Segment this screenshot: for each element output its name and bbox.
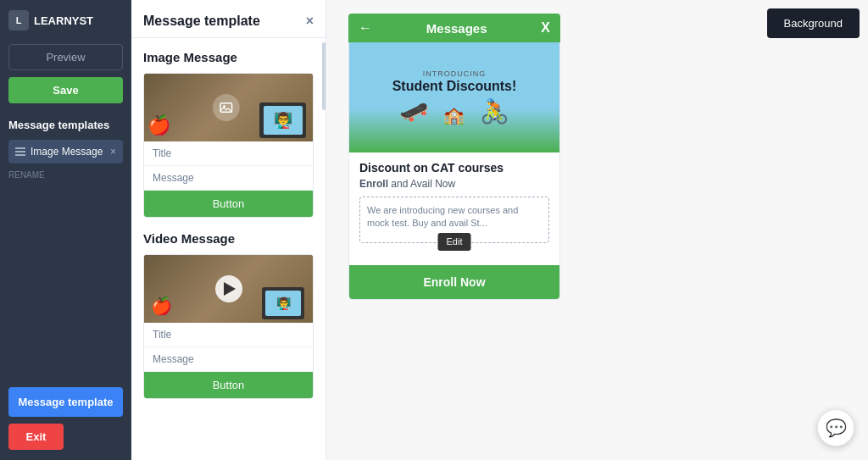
preview-text-area: We are introducing new courses and mock … xyxy=(359,197,549,243)
image-message-preview: 🍎 👨‍🏫 Title Message Button xyxy=(143,73,314,218)
button-field[interactable]: Button xyxy=(144,191,313,217)
hamburger-icon xyxy=(15,147,25,156)
tablet-scene: 🍎 👨‍🏫 xyxy=(144,74,313,141)
video-thumbnail: 🍎 👨‍🏫 xyxy=(144,255,313,323)
video-message-field: Message xyxy=(144,347,313,372)
chat-widget[interactable]: 💬 xyxy=(817,409,854,446)
preview-close-icon[interactable]: X xyxy=(541,20,550,36)
panel-title: Message template xyxy=(143,14,260,29)
image-message-item[interactable]: Image Message × xyxy=(8,140,123,163)
banner-image: INTRODUCING Student Discounts! 🛹 🏫 🚴 xyxy=(349,42,559,152)
message-preview: ← Messages X INTRODUCING Student Discoun… xyxy=(348,14,560,300)
save-button[interactable]: Save xyxy=(8,77,123,103)
image-message-label: Image Message xyxy=(31,146,103,158)
edit-badge[interactable]: Edit xyxy=(438,233,471,251)
preview-content: Discount on CAT courses Enroll and Avail… xyxy=(349,152,559,265)
panel-header: Message template × xyxy=(131,0,326,38)
body-text: We are introducing new courses and mock … xyxy=(367,205,518,228)
play-button[interactable] xyxy=(215,275,242,302)
preview-message-title: Discount on CAT courses xyxy=(359,161,549,175)
rename-label: RENAME xyxy=(8,170,45,180)
title-field: Title xyxy=(144,141,313,166)
remove-template-icon[interactable]: × xyxy=(110,146,116,158)
video-button-field[interactable]: Button xyxy=(144,372,313,398)
video-screen: 👨‍🏫 xyxy=(265,291,301,316)
skater-figure-icon: 🛹 xyxy=(399,97,429,125)
background-tab: Background xyxy=(767,8,860,38)
apple-icon: 🍎 xyxy=(147,114,170,136)
person-icon: 👨‍🏫 xyxy=(274,111,292,130)
right-panel: Background ← Messages X INTRODUCING Stud… xyxy=(326,0,868,460)
logo-text: LEARNYST xyxy=(34,14,93,27)
back-arrow-icon[interactable]: ← xyxy=(359,20,372,36)
message-template-button[interactable]: Message template xyxy=(8,387,123,417)
illustration-row: 🛹 🏫 🚴 xyxy=(392,97,517,125)
messages-title: Messages xyxy=(426,21,487,36)
enroll-now-button[interactable]: Enroll Now xyxy=(349,265,559,299)
video-tablet: 👨‍🏫 xyxy=(262,287,304,319)
video-apple-icon: 🍎 xyxy=(151,296,172,316)
preview-button[interactable]: Preview xyxy=(8,44,123,70)
tablet-device: 👨‍🏫 xyxy=(259,103,306,138)
message-templates-title: Message templates xyxy=(8,119,109,131)
image-message-section-title: Image Message xyxy=(143,50,314,64)
video-message-preview: 🍎 👨‍🏫 Title Message Button xyxy=(143,254,314,399)
panel-scroll[interactable]: Image Message 🍎 👨‍🏫 Title Mess xyxy=(131,38,326,460)
center-panel: Message template × Image Message 🍎 👨‍🏫 xyxy=(131,0,326,460)
background-button[interactable]: Background xyxy=(767,8,860,38)
scroll-indicator xyxy=(322,42,326,110)
video-person-icon: 👨‍🏫 xyxy=(276,297,291,310)
image-overlay-icon xyxy=(212,94,239,121)
tablet-screen: 👨‍🏫 xyxy=(264,106,303,135)
introducing-text: INTRODUCING xyxy=(392,69,517,78)
chat-icon: 💬 xyxy=(826,418,847,438)
logo-icon: L xyxy=(8,10,29,30)
building-icon: 🏫 xyxy=(443,105,465,125)
panel-close-button[interactable]: × xyxy=(306,14,314,29)
play-triangle-icon xyxy=(224,282,236,296)
avail-now-text: and Avail Now xyxy=(388,178,455,190)
preview-message-subtitle: Enroll and Avail Now xyxy=(359,178,549,190)
logo: L LEARNYST xyxy=(8,10,93,30)
image-content: INTRODUCING Student Discounts! 🛹 🏫 🚴 xyxy=(386,63,524,132)
exit-button[interactable]: Exit xyxy=(8,424,64,450)
student-discounts-title: Student Discounts! xyxy=(392,78,517,94)
enroll-bold: Enroll xyxy=(359,178,388,190)
image-placeholder: 🍎 👨‍🏫 xyxy=(144,74,313,141)
sidebar-bottom: Message template Exit xyxy=(8,387,123,450)
cyclist-figure-icon: 🚴 xyxy=(480,97,509,125)
video-message-section-title: Video Message xyxy=(143,231,314,246)
spacer xyxy=(359,248,549,265)
video-title-field: Title xyxy=(144,323,313,347)
preview-body: INTRODUCING Student Discounts! 🛹 🏫 🚴 Dis… xyxy=(348,42,560,300)
sidebar: L LEARNYST Preview Save Message template… xyxy=(0,0,131,460)
message-field: Message xyxy=(144,166,313,191)
preview-header: ← Messages X xyxy=(348,14,560,42)
